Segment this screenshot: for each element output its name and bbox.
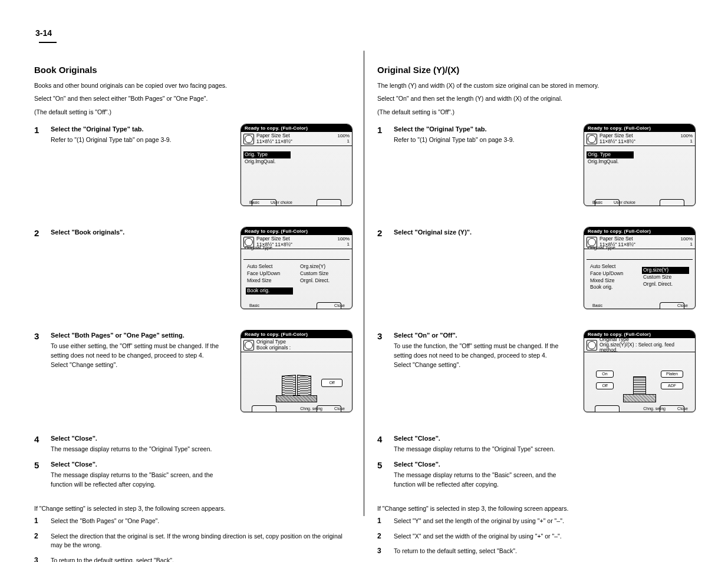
step-number: 5	[34, 460, 45, 490]
substep-text: To return to the default setting, select…	[394, 547, 689, 556]
section-sub-left-1: Books and other bound originals can be c…	[34, 81, 353, 90]
lcd-ribbon-text: Paper Size Set11×8½" 11×8½"	[599, 133, 678, 144]
page-number-rule	[39, 42, 57, 43]
menu-item[interactable]: Org.size(Y)	[642, 267, 689, 274]
lcd-ribbon-right: 100% 1	[338, 134, 350, 144]
lcd-option-button[interactable]: Platen	[661, 371, 683, 378]
substep: 1 Select the "Both Pages" or "One Page".	[34, 517, 353, 526]
substep: 3 To return to the default setting, sele…	[34, 556, 353, 562]
lcd-title: Ready to copy. (Full-Color)	[584, 227, 695, 235]
section-sub-left-2: Select "On" and then select either "Both…	[34, 94, 353, 103]
menu-item[interactable]: Book orig.	[589, 284, 637, 291]
column-divider	[364, 51, 364, 516]
menu-item[interactable]: Orig. Type	[587, 151, 634, 158]
right-column: Original Size (Y)/(X) The length (Y) and…	[377, 65, 696, 562]
lcd-ribbon-text: Original TypeOrig.size(Y)/(X) : Select o…	[599, 337, 693, 353]
lcd-menu: Auto SelectFace Up/DownMixed SizeBook or…	[243, 262, 350, 296]
menu-item[interactable]: Orig.lmgQual.	[587, 158, 693, 166]
lcd-sublabel: Original Type	[245, 245, 272, 250]
lcd-option-button[interactable]: Off	[321, 379, 342, 387]
softkey-label: Basic	[249, 303, 259, 308]
menu-item[interactable]: Org.size(Y)	[299, 263, 347, 270]
menu-item[interactable]: Custom Size	[642, 274, 690, 281]
menu-item[interactable]: Auto Select	[246, 263, 294, 270]
clock-icon	[587, 340, 597, 351]
step-number: 2	[34, 228, 45, 325]
section-title-right: Original Size (Y)/(X)	[377, 65, 696, 75]
paper-stack-icon	[633, 376, 646, 395]
lcd-menu: Orig. TypeOrig.lmgQual.	[241, 146, 352, 167]
menu-item[interactable]: Orgnl. Direct.	[299, 277, 347, 285]
softkey-label: Close	[677, 406, 688, 411]
lcd-screen: Ready to copy. (Full-Color) Original Typ…	[241, 330, 353, 412]
step-number: 3	[377, 331, 388, 428]
lcd-ribbon-right: 100% 1	[681, 237, 693, 247]
lcd-option-button[interactable]: ADF	[661, 382, 683, 389]
left-box-intro: If "Change setting" is selected in step …	[34, 504, 353, 513]
step-heading: Select "Close".	[394, 460, 696, 468]
screen-wrap: Ready to copy. (Full-Color) Paper Size S…	[584, 124, 696, 206]
softkey-tab-right[interactable]	[660, 199, 684, 206]
step-number: 4	[377, 434, 388, 454]
lcd-ribbon: Original TypeOrig.size(Y)/(X) : Select o…	[584, 338, 695, 352]
lcd-ribbon-right: 100% 1	[338, 237, 350, 247]
lcd-softkeys: Chng. setngClose	[241, 400, 352, 412]
right-box-intro: If "Change setting" is selected in step …	[377, 504, 696, 513]
softkey-label: Close	[677, 303, 688, 308]
step-number: 5	[377, 460, 388, 490]
menu-item[interactable]: Mixed Size	[589, 277, 637, 285]
clock-icon	[587, 134, 597, 144]
step: 1 Select the "Original Type" tab. Refer …	[377, 125, 696, 222]
lcd-ribbon: Paper Size Set11×8½" 11×8½" 100% 1	[584, 132, 695, 146]
substep-number: 2	[377, 532, 388, 541]
step: 5 Select "Close". The message display re…	[377, 460, 696, 490]
menu-item[interactable]: Mixed Size	[246, 277, 294, 285]
lcd-option-button[interactable]: Off	[596, 382, 614, 389]
softkey-tab-left[interactable]	[252, 405, 276, 412]
step-text: To use either setting, the "Off" setting…	[51, 342, 228, 369]
screen-wrap: Ready to copy. (Full-Color) Original Typ…	[584, 330, 696, 412]
section-sub-right-2: Select "On" and then set the length (Y) …	[377, 94, 696, 103]
lcd-screen: Ready to copy. (Full-Color) Paper Size S…	[241, 124, 353, 206]
substep-number: 1	[34, 517, 45, 526]
screen-wrap: Ready to copy. (Full-Color) Paper Size S…	[241, 227, 353, 309]
clock-icon	[243, 340, 254, 351]
lcd-illustration: Off	[245, 367, 348, 401]
menu-item[interactable]: Custom Size	[299, 270, 347, 277]
step: 5 Select "Close". The message display re…	[34, 460, 353, 490]
substep-number: 1	[377, 517, 388, 526]
menu-item[interactable]: Auto Select	[589, 263, 637, 270]
substep-text: Select "X" and set the width of the orig…	[394, 532, 689, 541]
lcd-softkeys: BasicUser choice	[241, 194, 352, 206]
menu-item[interactable]: Orig.lmgQual.	[243, 158, 350, 166]
lcd-title: Ready to copy. (Full-Color)	[241, 330, 352, 338]
section-sub-right-1: The length (Y) and width (X) of the cust…	[377, 81, 696, 90]
softkey-label: Close	[334, 303, 345, 308]
step-number: 1	[377, 125, 388, 222]
step-text: The message display returns to the "Orig…	[394, 445, 571, 454]
menu-item[interactable]: Orgnl. Direct.	[642, 281, 690, 288]
step-heading: Select "Close".	[51, 460, 353, 468]
step: 1 Select the "Original Type" tab. Refer …	[34, 125, 353, 222]
lcd-title: Ready to copy. (Full-Color)	[584, 124, 695, 132]
step-number: 3	[34, 331, 45, 428]
softkey-tab-right[interactable]	[317, 199, 341, 206]
menu-item[interactable]: Book orig.	[246, 287, 293, 295]
lcd-softkeys: BasicClose	[241, 297, 352, 309]
softkey-tab-left[interactable]	[595, 405, 620, 412]
menu-item[interactable]: Face Up/Down	[246, 270, 294, 277]
step-text: Refer to "(1) Original Type tab" on page…	[51, 135, 228, 145]
lcd-softkeys: BasicClose	[584, 297, 695, 309]
screen-wrap: Ready to copy. (Full-Color) Paper Size S…	[241, 124, 353, 206]
step-number: 1	[34, 125, 45, 222]
softkey-label: Chng. setng	[300, 406, 322, 411]
lcd-ribbon-text: Paper Size Set11×8½" 11×8½"	[256, 133, 335, 144]
menu-item[interactable]: Face Up/Down	[589, 270, 637, 277]
clock-icon	[243, 134, 254, 144]
lcd-option-button[interactable]: On	[596, 371, 614, 378]
lcd-softkeys: Chng. setngClose	[584, 400, 695, 412]
lcd-midline	[587, 259, 693, 260]
section-title-left: Book Originals	[34, 65, 353, 75]
menu-item[interactable]: Orig. Type	[243, 151, 291, 158]
step: 2 Select "Book originals". Ready to copy…	[34, 228, 353, 325]
